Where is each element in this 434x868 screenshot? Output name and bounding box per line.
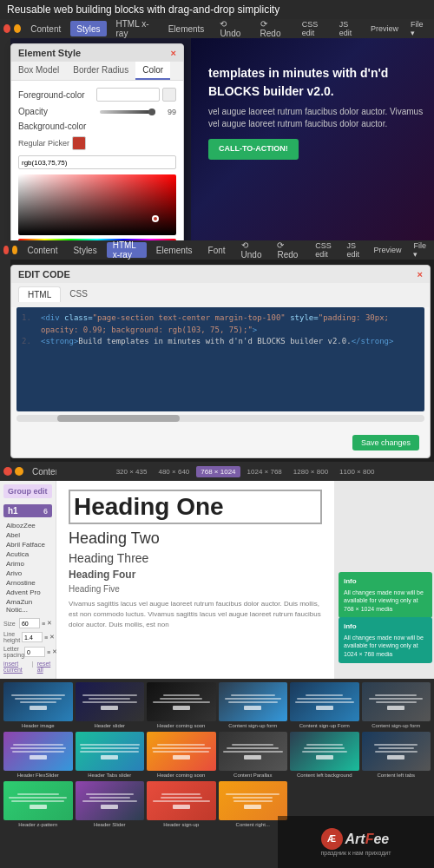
bp-320[interactable]: 320 × 435 [112,466,152,477]
thumbnail-item-1[interactable]: Header slider [76,682,145,729]
bp-480[interactable]: 480 × 640 [154,466,194,477]
t2-html-xray[interactable]: HTML x-ray [107,242,147,258]
rgb-input[interactable] [18,155,176,169]
fg-swatch[interactable] [162,88,176,102]
t2-redo[interactable]: ⟳ Redo [271,242,304,258]
code-editor-area[interactable]: 1. <div class="page-section text-center … [16,307,424,411]
close-dot[interactable] [3,24,10,33]
code-scrollbar[interactable] [16,415,424,422]
font-abel[interactable]: Abel [3,530,52,540]
code-tab-html[interactable]: HTML [18,286,61,302]
lh-input[interactable] [22,632,43,642]
line-height-row: Line height ≡ ✕ [3,631,52,643]
color-picker-area[interactable] [18,174,176,235]
tab-color[interactable]: Color [135,62,170,80]
color-hue-bar[interactable] [18,239,176,240]
code-panel-close[interactable]: × [418,269,423,279]
fg-input[interactable] [96,88,160,102]
thumbnail-item-9[interactable]: Content Parallax [219,732,288,779]
tab-border-radius[interactable]: Border Radius [66,62,135,80]
btn-js-edit[interactable]: JS edit [335,22,363,36]
font-abril[interactable]: Abril Fatface [3,540,52,549]
t2-elements[interactable]: Elements [150,242,199,258]
ls-input[interactable] [24,647,45,657]
font-arimo[interactable]: Arimo [3,559,52,569]
opacity-slider[interactable] [100,110,155,114]
thumbnail-item-13[interactable]: Header Slider [76,781,145,828]
letter-spacing-row: Letter spacing ≡ ✕ [3,646,52,658]
thumbnail-item-12[interactable]: Header z-pattern [3,781,73,828]
btn-preview[interactable]: Preview [366,22,403,36]
t2-font[interactable]: Font [202,242,232,258]
font-arivo[interactable]: Arivo [3,569,52,578]
thumb-label-3: Content sign-up form [228,723,277,729]
panel-close[interactable]: × [171,48,176,58]
font-acutica[interactable]: Acutica [3,549,52,559]
thumbnail-item-6[interactable]: Header FlexSlider [3,732,73,779]
minimize-dot[interactable] [14,24,21,33]
font-advent[interactable]: Advent Pro [3,588,52,597]
code-tab-css[interactable]: CSS [61,286,96,302]
min-dot2[interactable] [12,246,17,254]
group-edit-title: Group edit [3,484,52,498]
cta-button[interactable]: CALL-TO-ACTION! [208,139,299,160]
tab-undo[interactable]: ⟲ Undo [214,21,250,36]
thumbnail-item-4[interactable]: Content sign-up Form [290,682,359,729]
h3-heading[interactable]: Heading Three [69,551,322,565]
foreground-row: Foreground-color [18,88,176,102]
h4-heading[interactable]: Heading Four [69,569,322,581]
tab-box-model[interactable]: Box Model [11,62,66,80]
bp-768[interactable]: 768 × 1024 [196,466,240,477]
t2-file[interactable]: File ▾ [409,243,431,257]
font-arnostine[interactable]: Arnostine [3,578,52,588]
btn-css-edit[interactable]: CSS edit [298,22,332,36]
close-dot3[interactable] [3,467,12,476]
sidebar-left2 [0,260,10,462]
size-input[interactable] [19,618,40,628]
font-albozzee[interactable]: AlbozZee [3,521,52,530]
insert-current-link[interactable]: insert current [3,661,29,673]
tab-html-xray[interactable]: HTML x-ray [110,21,159,36]
h1-heading[interactable]: Heading One [69,490,322,524]
t2-content[interactable]: Content [21,242,63,258]
thumbnail-item-14[interactable]: Header sign-up [147,781,216,828]
min-dot3[interactable] [15,467,23,476]
bp-1024[interactable]: 1024 × 768 [243,466,286,477]
code-line-1: 1. <div class="page-section text-center … [22,312,419,336]
t2-styles[interactable]: Styles [67,242,102,258]
thumb-label-10: Content left background [297,773,352,779]
color-picker-dot[interactable] [152,215,159,222]
scrollbar-thumb[interactable] [57,415,180,422]
font-amazon[interactable]: AmaZun Notic... [3,597,52,615]
thumbnail-item-0[interactable]: Header image [3,682,73,729]
h5-heading[interactable]: Heading Five [69,584,322,594]
thumbnail-item-7[interactable]: Header Tabs slider [76,732,145,779]
t2-preview[interactable]: Preview [369,243,405,257]
bp-1280[interactable]: 1280 × 800 [289,466,332,477]
btn-file[interactable]: File ▾ [406,22,431,36]
thumbnail-item-11[interactable]: Content left tabs [362,732,431,779]
thumb-label-4: Content sign-up Form [299,723,350,729]
tab-styles[interactable]: Styles [70,21,106,36]
tab-redo[interactable]: ⟳ Redo [254,21,291,36]
tab-elements[interactable]: Elements [162,21,211,36]
thumbnail-item-10[interactable]: Content left background [290,732,359,779]
heading-preview-area: Heading One Heading Two Heading Three He… [56,481,334,679]
t2-css-edit[interactable]: CSS edit [311,243,339,257]
thumbnail-item-5[interactable]: Content sign-up form [362,682,431,729]
tab-content[interactable]: Content [24,21,67,36]
t2-undo[interactable]: ⟲ Undo [235,242,268,258]
size-label: Size [3,621,17,627]
thumbnail-item-8[interactable]: Header coming soon [147,732,216,779]
bp-1100[interactable]: 1100 × 800 [335,466,378,477]
reset-all-link[interactable]: reset all [37,661,52,673]
save-changes-button[interactable]: Save changes [352,435,419,450]
bg-swatch[interactable] [72,136,86,150]
thumbnail-item-2[interactable]: Header coming soon [147,682,216,729]
close-dot2[interactable] [3,246,9,254]
bg-preview-text: templates in minutes with d'n'dBLOCKS bu… [208,64,423,160]
t2-js-edit[interactable]: JS edit [342,243,365,257]
size-row: Size ≡ ✕ [3,618,52,628]
h2-heading[interactable]: Heading Two [69,529,322,548]
thumbnail-item-3[interactable]: Content sign-up form [219,682,288,729]
